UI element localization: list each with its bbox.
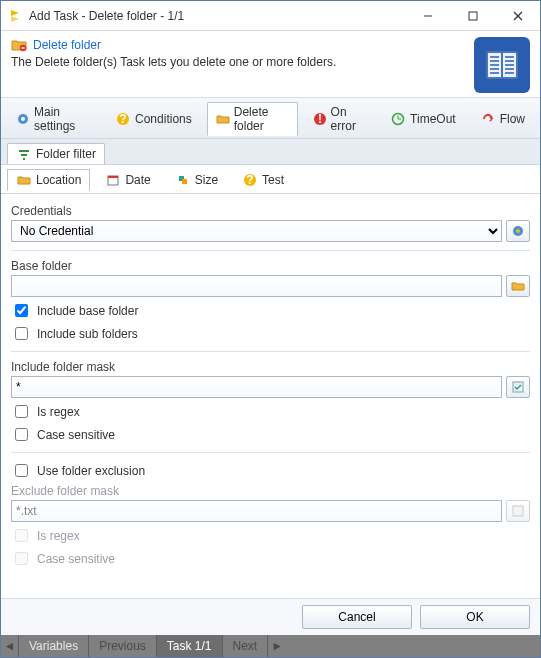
error-icon: ! (313, 111, 327, 127)
main-tabs: Main settings ? Conditions Delete folder… (1, 97, 540, 139)
include-base-checkbox[interactable]: Include base folder (11, 301, 530, 320)
basefolder-label: Base folder (11, 259, 530, 273)
include-base-label: Include base folder (37, 304, 138, 318)
svg-rect-1 (469, 12, 477, 20)
include-regex-checkbox[interactable]: Is regex (11, 402, 530, 421)
window-buttons (405, 1, 540, 30)
minimize-button[interactable] (405, 1, 450, 30)
gear-color-icon (510, 223, 526, 239)
include-mask-edit-button[interactable] (506, 376, 530, 398)
credentials-select[interactable]: No Credential (11, 220, 502, 242)
folder-delete-icon (216, 111, 230, 127)
innertab-label: Size (195, 173, 218, 187)
cancel-label: Cancel (338, 610, 375, 624)
tab-delete-folder[interactable]: Delete folder (207, 102, 298, 136)
tab-label: Main settings (34, 105, 91, 133)
status-next-arrow[interactable]: ► (268, 635, 286, 657)
header: Delete folder The Delete folder(s) Task … (1, 31, 540, 97)
sub-tabs: Folder filter (1, 139, 540, 165)
tab-main-settings[interactable]: Main settings (7, 102, 100, 136)
header-title: Delete folder (33, 38, 101, 52)
subtab-label: Folder filter (36, 147, 96, 161)
status-previous: Previous (89, 635, 157, 657)
folder-delete-icon (11, 37, 27, 53)
svg-text:?: ? (246, 173, 253, 187)
credentials-settings-button[interactable] (506, 220, 530, 242)
exclude-regex-label: Is regex (37, 529, 80, 543)
ok-label: OK (466, 610, 483, 624)
window-title: Add Task - Delete folder - 1/1 (29, 9, 405, 23)
innertab-location[interactable]: Location (7, 169, 90, 191)
tab-on-error[interactable]: ! On error (304, 102, 376, 136)
exclude-case-input (15, 552, 28, 565)
titlebar: Add Task - Delete folder - 1/1 (1, 1, 540, 31)
innertab-date[interactable]: Date (96, 169, 159, 191)
maximize-button[interactable] (450, 1, 495, 30)
status-next: Next (223, 635, 269, 657)
include-regex-label: Is regex (37, 405, 80, 419)
innertab-label: Date (125, 173, 150, 187)
include-sub-input[interactable] (15, 327, 28, 340)
status-current[interactable]: Task 1/1 (157, 635, 223, 657)
status-variables-label: Variables (29, 639, 78, 653)
include-regex-input[interactable] (15, 405, 28, 418)
innertab-size[interactable]: Size (166, 169, 227, 191)
exclude-regex-checkbox: Is regex (11, 526, 530, 545)
status-next-label: Next (233, 639, 258, 653)
svg-point-20 (21, 117, 25, 121)
svg-rect-40 (513, 506, 523, 516)
folder-icon (16, 172, 32, 188)
gear-icon (16, 111, 30, 127)
header-desc: The Delete folder(s) Task lets you delet… (11, 55, 466, 69)
use-exclusion-label: Use folder exclusion (37, 464, 145, 478)
inner-tabs: Location Date Size ? Test (1, 165, 540, 194)
include-mask-input[interactable] (11, 376, 502, 398)
question-icon: ? (242, 172, 258, 188)
cancel-button[interactable]: Cancel (302, 605, 412, 629)
exclude-mask-input (11, 500, 502, 522)
svg-rect-34 (182, 179, 187, 184)
use-exclusion-checkbox[interactable]: Use folder exclusion (11, 461, 530, 480)
include-sub-checkbox[interactable]: Include sub folders (11, 324, 530, 343)
edit-mask-icon (510, 503, 526, 519)
exclude-mask-edit-button (506, 500, 530, 522)
help-book-icon[interactable] (474, 37, 530, 93)
folder-open-icon (510, 278, 526, 294)
filter-icon (16, 146, 32, 162)
include-case-input[interactable] (15, 428, 28, 441)
status-prev-arrow[interactable]: ◄ (1, 635, 19, 657)
use-exclusion-input[interactable] (15, 464, 28, 477)
tab-timeout[interactable]: TimeOut (381, 102, 465, 136)
tab-label: On error (331, 105, 367, 133)
size-icon (175, 172, 191, 188)
header-title-row: Delete folder (11, 37, 466, 53)
browse-folder-button[interactable] (506, 275, 530, 297)
credentials-label: Credentials (11, 204, 530, 218)
tab-conditions[interactable]: ? Conditions (106, 102, 201, 136)
window: Add Task - Delete folder - 1/1 Delete fo… (0, 0, 541, 658)
svg-rect-30 (23, 158, 25, 160)
basefolder-input[interactable] (11, 275, 502, 297)
exclude-case-checkbox: Case sensitive (11, 549, 530, 568)
form-content: Credentials No Credential Base folder In… (1, 194, 540, 598)
footer: Cancel OK (1, 598, 540, 635)
status-bar: ◄ Variables Previous Task 1/1 Next ► (1, 635, 540, 657)
svg-point-38 (516, 229, 520, 233)
innertab-label: Location (36, 173, 81, 187)
status-variables[interactable]: Variables (19, 635, 89, 657)
flow-icon (480, 111, 496, 127)
ok-button[interactable]: OK (420, 605, 530, 629)
include-case-checkbox[interactable]: Case sensitive (11, 425, 530, 444)
app-icon (7, 8, 23, 24)
exclude-mask-label: Exclude folder mask (11, 484, 530, 498)
svg-rect-28 (19, 150, 29, 152)
clock-icon (390, 111, 406, 127)
include-mask-label: Include folder mask (11, 360, 530, 374)
tab-flow[interactable]: Flow (471, 102, 534, 136)
innertab-test[interactable]: ? Test (233, 169, 293, 191)
subtab-folder-filter[interactable]: Folder filter (7, 143, 105, 164)
close-button[interactable] (495, 1, 540, 30)
include-base-input[interactable] (15, 304, 28, 317)
tab-label: Flow (500, 112, 525, 126)
svg-rect-32 (108, 176, 118, 178)
